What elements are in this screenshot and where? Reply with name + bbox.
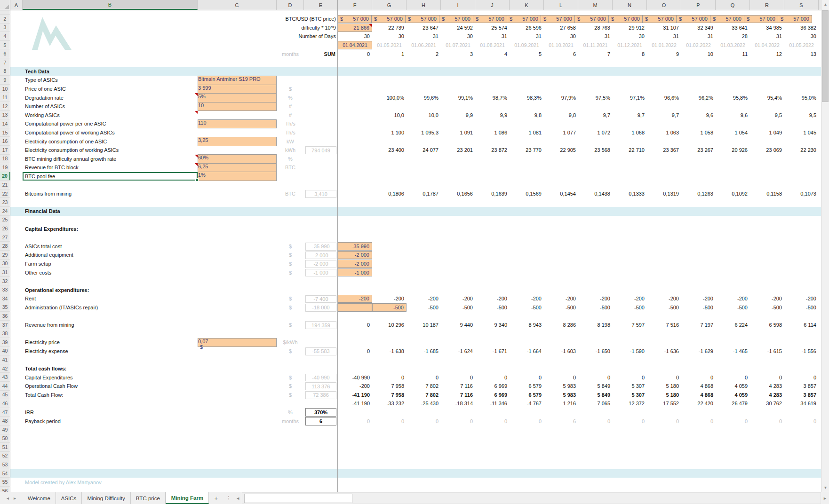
grid-cell[interactable]: -200 <box>372 294 407 303</box>
cell-a[interactable] <box>10 469 23 478</box>
grid-cell[interactable]: 22 420 <box>681 399 716 408</box>
grid-cell[interactable]: 12 372 <box>613 399 647 408</box>
cell-a[interactable] <box>10 24 23 32</box>
cell-a[interactable] <box>10 242 23 251</box>
cell-b-label[interactable]: Revenue for BTC block <box>23 163 198 172</box>
unit-cell[interactable]: $ <box>277 260 304 268</box>
cell-a[interactable] <box>10 181 23 189</box>
horizontal-scroll-thumb[interactable] <box>244 494 352 503</box>
grid-cell[interactable]: 23 568 <box>578 146 613 155</box>
grid-cell[interactable] <box>716 251 750 260</box>
cell-a[interactable] <box>10 189 23 198</box>
grid-cell[interactable]: 1 054 <box>716 128 750 137</box>
grid-cell[interactable]: -500 <box>784 303 819 312</box>
grid-cell[interactable]: 31 <box>750 32 784 41</box>
row-number[interactable]: 7 <box>0 58 10 67</box>
grid-cell[interactable]: -200 <box>750 294 784 303</box>
cell-a[interactable] <box>10 294 23 303</box>
grid-cell[interactable]: 7 802 <box>407 391 441 400</box>
cell-a[interactable] <box>10 111 23 120</box>
grid-cell[interactable]: -40 990 <box>338 373 372 382</box>
grid-cell[interactable]: 23 647 <box>407 24 441 32</box>
grid-cell[interactable]: 9,7 <box>647 111 681 120</box>
row-number[interactable]: 43 <box>0 373 10 382</box>
grid-cell[interactable] <box>716 260 750 268</box>
grid-cell[interactable]: -1 590 <box>613 347 647 356</box>
cell-b-label[interactable] <box>23 355 198 364</box>
cell-e[interactable]: 6 <box>304 417 338 425</box>
cell-e[interactable] <box>304 312 338 321</box>
unit-cell[interactable]: $ <box>277 373 304 382</box>
row-number[interactable]: 39 <box>0 338 10 347</box>
grid-cell[interactable] <box>372 260 407 268</box>
cell-a[interactable] <box>10 102 23 111</box>
grid-cell[interactable]: 0,1438 <box>578 189 613 198</box>
grid-cell[interactable]: 0 <box>338 49 372 58</box>
grid-cell[interactable]: -33 232 <box>372 399 407 408</box>
cell-a[interactable] <box>10 443 23 452</box>
cell-c[interactable] <box>198 251 277 260</box>
input-cell[interactable]: Bitmain Antminer S19 PRO <box>198 76 277 85</box>
cell-c[interactable] <box>198 399 277 408</box>
cell-b-label[interactable] <box>23 487 198 492</box>
cell-b-label[interactable]: Revenue from mining <box>23 321 198 330</box>
unit-cell[interactable] <box>277 460 304 469</box>
grid-cell[interactable]: 01.11.2021 <box>578 41 613 50</box>
grid-cell[interactable]: 0,1787 <box>407 189 441 198</box>
grid-cell[interactable]: 22 739 <box>372 24 407 32</box>
cell-b-label[interactable]: Working ASICs <box>23 111 198 120</box>
cell-b-label[interactable] <box>23 425 198 434</box>
grid-cell[interactable]: 1 091 <box>441 128 475 137</box>
grid-cell[interactable]: 96,2% <box>681 93 716 102</box>
unit-cell[interactable]: % <box>277 408 304 417</box>
grid-cell[interactable]: 3 857 <box>784 382 819 391</box>
grid-cell[interactable]: 95,4% <box>750 93 784 102</box>
grid-cell[interactable]: 9,8 <box>510 111 544 120</box>
grid-cell[interactable] <box>681 242 716 251</box>
grid-cell[interactable]: 24 592 <box>441 24 475 32</box>
cell-a[interactable] <box>10 303 23 312</box>
row-number[interactable]: 16 <box>0 137 10 146</box>
grid-cell[interactable]: 0 <box>544 373 578 382</box>
cell-c[interactable] <box>198 347 277 356</box>
grid-cell[interactable]: 30 <box>613 32 647 41</box>
cell-c[interactable]: 6,25 <box>198 163 277 172</box>
grid-cell[interactable]: 31 <box>407 32 441 41</box>
grid-cell[interactable]: 0 <box>338 417 372 425</box>
column-header-S[interactable]: S <box>784 0 819 10</box>
row-number[interactable]: 46 <box>0 399 10 408</box>
cell-c[interactable]: 60% <box>198 155 277 164</box>
grid-cell[interactable]: 0,1092 <box>716 189 750 198</box>
cell-a[interactable] <box>10 32 23 41</box>
grid-cell[interactable] <box>372 251 407 260</box>
grid-cell[interactable] <box>338 303 372 312</box>
grid-cell[interactable] <box>681 268 716 277</box>
grid-cell[interactable] <box>372 242 407 251</box>
grid-cell[interactable]: 01.05.2021 <box>372 41 407 50</box>
cell-b-label[interactable]: Price of one ASIC <box>23 85 198 94</box>
grid-cell[interactable]: 4 868 <box>681 391 716 400</box>
grid-cell[interactable] <box>475 251 510 260</box>
cell-b-label[interactable]: Total cash flows: <box>23 364 198 373</box>
row-number[interactable]: 28 <box>0 242 10 251</box>
grid-cell[interactable]: $57 000 <box>710 15 744 24</box>
grid-cell[interactable]: 10 296 <box>372 321 407 330</box>
grid-cell[interactable]: 5 983 <box>544 382 578 391</box>
unit-cell[interactable]: months <box>277 49 304 58</box>
cell-c[interactable]: 110 <box>198 119 277 128</box>
row-number[interactable]: 47 <box>0 408 10 417</box>
grid-cell[interactable]: 01.07.2021 <box>441 41 475 50</box>
cell-c[interactable]: 1% <box>198 172 277 181</box>
grid-cell[interactable] <box>716 268 750 277</box>
cell-e[interactable] <box>304 198 338 207</box>
cell-b-label[interactable]: Capital Expenditures <box>23 373 198 382</box>
unit-cell[interactable]: $ <box>277 347 304 356</box>
cell-a[interactable] <box>10 373 23 382</box>
unit-cell[interactable]: $ <box>277 321 304 330</box>
grid-cell[interactable]: $57 000 <box>337 15 372 24</box>
input-cell[interactable]: 0,07$ <box>198 338 277 347</box>
grid-cell[interactable]: 97,1% <box>613 93 647 102</box>
column-header-N[interactable]: N <box>613 0 647 10</box>
tab-scroll-divider-icon[interactable]: ⋮ <box>223 495 234 501</box>
grid-cell[interactable]: 36 382 <box>784 24 819 32</box>
